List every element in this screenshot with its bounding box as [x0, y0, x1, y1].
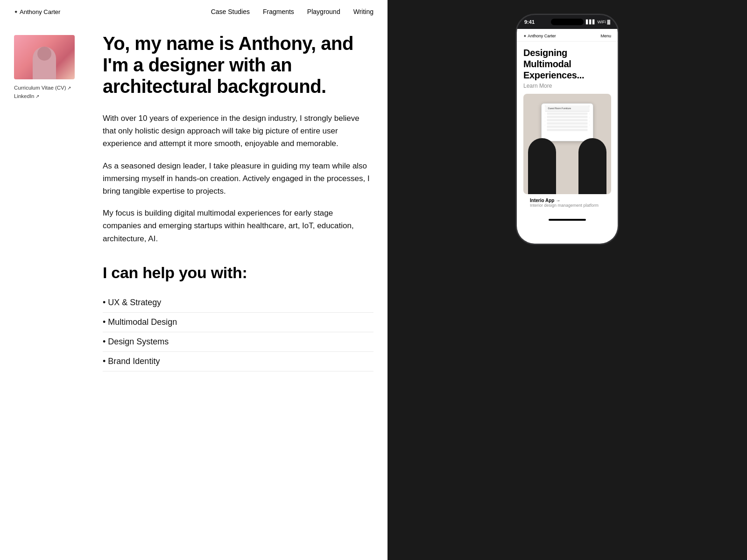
help-section-title: I can help you with: [103, 264, 374, 282]
phone-card-title[interactable]: Interio App → [530, 198, 605, 203]
tablet-title-bar: Guest Room Furniture [545, 105, 590, 112]
help-item-brand: Brand Identity [103, 352, 374, 371]
nav-links: Case Studies Fragments Playground Writin… [211, 7, 374, 16]
phone-dynamic-island [551, 19, 584, 25]
sidebar: Curriculum Vitae (CV) LinkedIn [14, 33, 89, 371]
tablet-mockup: Guest Room Furniture [545, 105, 590, 132]
avatar [14, 35, 75, 79]
phone-status-icons: ▋▋▋ WiFi ▓ [586, 20, 610, 24]
tablet-row-4 [547, 122, 588, 125]
main-content: Yo, my name is Anthony, and I'm a design… [103, 33, 374, 371]
tablet-row-5 [547, 126, 588, 128]
phone-home-bar [517, 215, 618, 224]
nav-case-studies[interactable]: Case Studies [211, 8, 250, 15]
battery-icon: ▓ [607, 20, 610, 24]
phone-card-label: Interio App → Interior design management… [523, 194, 611, 210]
phone-card-subtitle: Interior design management platform [530, 203, 605, 208]
phone-mockup: 9:41 ▋▋▋ WiFi ▓ Anthony Carter Menu Desi… [516, 14, 619, 245]
page-content: Curriculum Vitae (CV) LinkedIn Yo, my na… [0, 23, 388, 385]
nav-playground[interactable]: Playground [307, 8, 340, 15]
portfolio-page: Anthony Carter Case Studies Fragments Pl… [0, 0, 388, 560]
help-item-multimodal: Multimodal Design [103, 313, 374, 332]
phone-learn-more[interactable]: Learn More [523, 83, 611, 89]
phone-time: 9:41 [524, 19, 535, 25]
help-list: UX & Strategy Multimodal Design Design S… [103, 293, 374, 371]
nav-writing[interactable]: Writing [353, 8, 374, 15]
cv-link[interactable]: Curriculum Vitae (CV) [14, 85, 89, 91]
phone-nav-brand: Anthony Carter [523, 34, 556, 38]
tablet-row-1 [547, 112, 588, 115]
tablet-row-2 [547, 116, 588, 118]
signal-icon: ▋▋▋ [586, 20, 596, 24]
nav-bar: Anthony Carter Case Studies Fragments Pl… [0, 0, 388, 23]
tablet-row-6 [547, 129, 588, 131]
nav-brand[interactable]: Anthony Carter [14, 8, 60, 15]
phone-screen: Anthony Carter Menu Designing Multimodal… [517, 29, 618, 244]
bio-paragraph-2: As a seasoned design leader, I take plea… [103, 160, 374, 198]
phone-image-card: Guest Room Furniture [523, 94, 611, 194]
help-item-ux: UX & Strategy [103, 293, 374, 313]
hand-right [578, 138, 606, 194]
hand-left [528, 138, 556, 194]
home-indicator [549, 219, 586, 221]
bio-paragraph-1: With over 10 years of experience in the … [103, 112, 374, 150]
bio-paragraph-3: My focus is building digital multimodal … [103, 207, 374, 245]
help-item-design-systems: Design Systems [103, 332, 374, 352]
tablet-row-3 [547, 119, 588, 121]
phone-area: 9:41 ▋▋▋ WiFi ▓ Anthony Carter Menu Desi… [388, 0, 747, 560]
phone-menu-button[interactable]: Menu [600, 34, 611, 38]
phone-hero-title: Designing Multimodal Experiences... [523, 47, 611, 81]
phone-content: Designing Multimodal Experiences... Lear… [517, 42, 618, 215]
linkedin-link[interactable]: LinkedIn [14, 93, 89, 99]
nav-fragments[interactable]: Fragments [263, 8, 294, 15]
phone-status-bar: 9:41 ▋▋▋ WiFi ▓ [517, 15, 618, 29]
phone-nav: Anthony Carter Menu [517, 29, 618, 42]
wifi-icon: WiFi [597, 20, 606, 24]
hero-title: Yo, my name is Anthony, and I'm a design… [103, 33, 374, 97]
